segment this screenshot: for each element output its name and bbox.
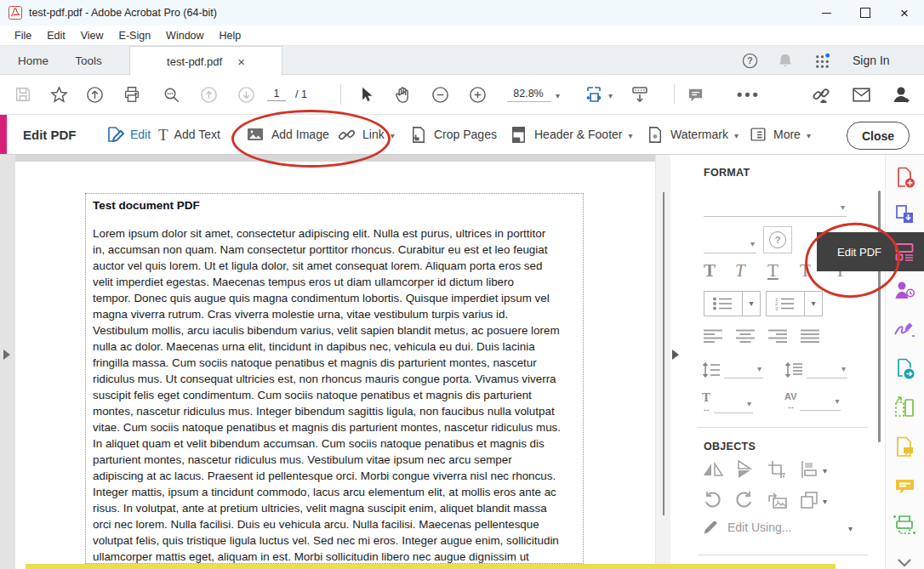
collapse-right-pane-arrow-icon[interactable] bbox=[672, 350, 679, 360]
align-left-button[interactable] bbox=[704, 329, 724, 344]
menu-edit[interactable]: Edit bbox=[39, 30, 73, 42]
crop-object-button[interactable] bbox=[767, 459, 787, 480]
print-button[interactable] bbox=[123, 75, 141, 114]
search-icon[interactable] bbox=[162, 75, 181, 114]
tab-tools[interactable]: Tools bbox=[66, 46, 111, 75]
create-pdf-tool-icon[interactable] bbox=[885, 158, 924, 196]
text-block-bounding-box[interactable]: Test document PDF Lorem ipsum dolor sit … bbox=[85, 193, 584, 564]
hand-tool-button[interactable] bbox=[393, 75, 413, 114]
more-dropdown-button[interactable]: More bbox=[749, 115, 811, 154]
fit-width-button[interactable] bbox=[584, 75, 613, 114]
line-spacing-dropdown[interactable] bbox=[724, 359, 763, 378]
bold-button[interactable]: T bbox=[704, 262, 716, 280]
next-page-button[interactable] bbox=[237, 75, 256, 114]
watermark-dropdown-button[interactable]: Watermark bbox=[645, 115, 739, 154]
page-number-field[interactable]: 1 / 1 bbox=[267, 75, 307, 114]
comment-tool-icon[interactable] bbox=[885, 467, 924, 504]
align-objects-dropdown[interactable] bbox=[799, 459, 827, 480]
scroll-mode-button[interactable] bbox=[630, 75, 650, 114]
minimize-button[interactable] bbox=[807, 0, 846, 26]
numbered-list-icon[interactable]: 123 bbox=[767, 292, 804, 316]
menu-file[interactable]: File bbox=[7, 30, 39, 42]
document-scrollbar[interactable] bbox=[655, 155, 670, 569]
add-text-button[interactable]: T Add Text bbox=[158, 115, 220, 154]
italic-button[interactable]: T bbox=[735, 262, 745, 280]
pdf-page[interactable]: Test document PDF Lorem ipsum dolor sit … bbox=[15, 162, 655, 569]
menu-help[interactable]: Help bbox=[212, 30, 249, 42]
tab-home[interactable]: Home bbox=[12, 46, 54, 75]
sign-in-button[interactable]: Sign In bbox=[853, 46, 890, 75]
previous-page-button[interactable] bbox=[199, 75, 219, 114]
align-justify-button[interactable] bbox=[801, 329, 821, 344]
zoom-in-button[interactable] bbox=[468, 75, 488, 114]
tools-rail-expand-chevron-icon[interactable] bbox=[885, 544, 924, 569]
profile-avatar-icon[interactable] bbox=[890, 75, 912, 114]
save-button[interactable] bbox=[14, 75, 32, 114]
character-spacing-dropdown[interactable] bbox=[800, 391, 841, 411]
align-right-button[interactable] bbox=[768, 329, 789, 344]
horizontal-scale-control[interactable]: T↔ bbox=[702, 391, 753, 413]
chevron-down-icon bbox=[848, 521, 853, 534]
zoom-level-value[interactable]: 82.8% bbox=[507, 88, 551, 102]
font-size-dropdown[interactable] bbox=[704, 234, 756, 253]
select-tool-button[interactable] bbox=[357, 75, 375, 114]
export-pdf-tool-icon[interactable] bbox=[885, 350, 924, 387]
tab-document[interactable]: test-pdf.pdf bbox=[129, 46, 282, 76]
page-number-value[interactable]: 1 bbox=[267, 88, 286, 101]
flip-vertical-button[interactable] bbox=[734, 459, 755, 480]
email-icon[interactable] bbox=[851, 75, 872, 114]
chevron-down-icon[interactable] bbox=[742, 292, 760, 316]
paragraph-spacing-dropdown[interactable] bbox=[807, 359, 847, 378]
combine-files-tool-icon[interactable] bbox=[885, 196, 924, 233]
underline-button[interactable]: T bbox=[767, 262, 779, 280]
arrange-objects-dropdown[interactable] bbox=[799, 490, 827, 510]
chevron-down-icon bbox=[835, 394, 839, 407]
menu-view[interactable]: View bbox=[73, 30, 111, 42]
scan-ocr-tool-icon[interactable] bbox=[885, 506, 924, 543]
chevron-down-icon bbox=[556, 88, 560, 101]
zoom-level-dropdown[interactable]: 82.8% bbox=[507, 75, 560, 114]
horizontal-scale-dropdown[interactable] bbox=[714, 394, 753, 413]
fill-and-sign-tool-icon[interactable] bbox=[885, 310, 924, 348]
comment-button[interactable] bbox=[686, 75, 705, 114]
watermark-icon bbox=[645, 125, 664, 145]
chevron-down-icon bbox=[841, 200, 845, 213]
close-window-button[interactable] bbox=[885, 0, 924, 26]
bullet-list-control[interactable] bbox=[704, 291, 761, 316]
chevron-down-icon[interactable] bbox=[804, 292, 822, 316]
organize-pages-tool-icon[interactable] bbox=[885, 389, 924, 426]
numbered-list-control[interactable]: 123 bbox=[766, 291, 823, 316]
flip-horizontal-button[interactable] bbox=[702, 459, 724, 480]
line-spacing-control[interactable] bbox=[702, 359, 763, 378]
share-link-icon[interactable] bbox=[810, 75, 832, 114]
menu-esign[interactable]: E-Sign bbox=[111, 30, 159, 42]
more-tools-ellipsis-button[interactable]: ••• bbox=[737, 75, 761, 114]
edit-button[interactable]: Edit bbox=[104, 115, 151, 154]
zoom-out-button[interactable] bbox=[431, 75, 450, 114]
header-footer-dropdown-button[interactable]: Header & Footer bbox=[509, 115, 633, 154]
close-edit-pdf-button[interactable]: Close bbox=[847, 122, 910, 150]
character-spacing-control[interactable]: AV↔ bbox=[784, 391, 841, 411]
paragraph-spacing-control[interactable] bbox=[784, 359, 847, 378]
align-center-button[interactable] bbox=[736, 329, 756, 344]
help-button[interactable]: ? bbox=[741, 46, 759, 75]
font-help-button[interactable]: ? bbox=[763, 226, 792, 253]
document-body: Lorem ipsum dolor sit amet, consectetur … bbox=[93, 225, 576, 564]
share-upload-button[interactable] bbox=[85, 75, 105, 114]
menu-window[interactable]: Window bbox=[158, 30, 211, 42]
notifications-bell-icon[interactable] bbox=[777, 46, 794, 75]
font-family-dropdown[interactable] bbox=[704, 197, 847, 217]
page-comment-tool-icon[interactable] bbox=[885, 428, 924, 465]
rotate-counterclockwise-button[interactable] bbox=[702, 490, 722, 510]
replace-image-button[interactable] bbox=[767, 490, 789, 510]
edit-using-dropdown[interactable]: Edit Using... bbox=[702, 519, 791, 536]
document-scrollbar-thumb[interactable] bbox=[663, 192, 664, 515]
app-grid-icon[interactable] bbox=[813, 46, 831, 75]
bullet-list-icon[interactable] bbox=[704, 292, 742, 316]
maximize-button[interactable] bbox=[846, 0, 885, 26]
rotate-clockwise-button[interactable] bbox=[734, 490, 755, 510]
tab-close-icon[interactable] bbox=[237, 54, 245, 69]
crop-pages-button[interactable]: Crop Pages bbox=[408, 115, 497, 154]
star-favorite-button[interactable] bbox=[49, 75, 69, 114]
expand-left-pane-arrow-icon[interactable] bbox=[3, 350, 10, 360]
